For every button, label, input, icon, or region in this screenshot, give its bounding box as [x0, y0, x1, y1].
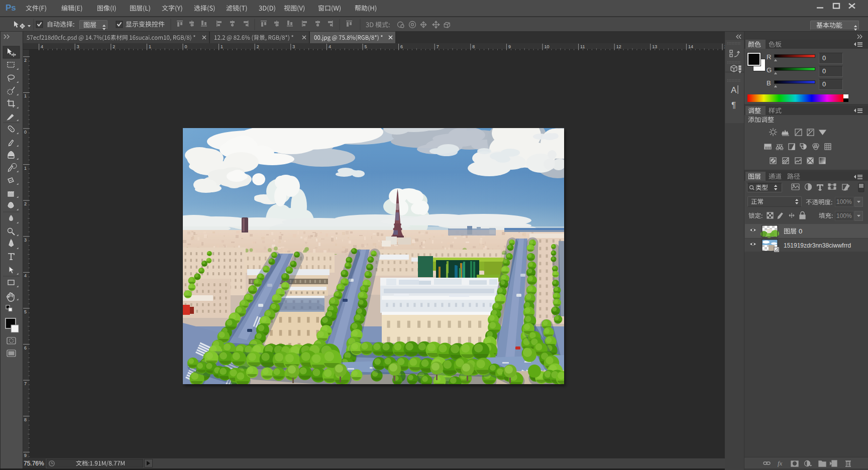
svg-text:8: 8: [24, 417, 27, 422]
svg-text:4: 4: [329, 44, 331, 49]
svg-text:2: 2: [257, 44, 259, 49]
svg-text:3: 3: [292, 44, 295, 49]
svg-text:8: 8: [472, 44, 475, 49]
svg-text:1: 1: [24, 93, 27, 98]
svg-text:10: 10: [545, 44, 550, 49]
svg-text:4: 4: [41, 44, 43, 49]
svg-text:9: 9: [508, 44, 511, 49]
svg-text:12: 12: [616, 44, 621, 49]
svg-text:2: 2: [113, 44, 115, 49]
svg-text:9: 9: [24, 453, 27, 458]
svg-text:1: 1: [24, 166, 27, 171]
svg-text:5: 5: [365, 44, 367, 49]
svg-text:3: 3: [24, 238, 27, 243]
svg-text:6: 6: [400, 44, 403, 49]
svg-text:0: 0: [185, 44, 187, 49]
svg-text:13: 13: [652, 44, 657, 49]
svg-text:2: 2: [24, 58, 27, 63]
svg-text:1: 1: [149, 44, 151, 49]
svg-text:1: 1: [221, 44, 223, 49]
svg-text:2: 2: [24, 201, 27, 206]
svg-text:11: 11: [580, 44, 585, 49]
svg-text:0: 0: [24, 130, 27, 135]
svg-text:3: 3: [77, 44, 79, 49]
svg-text:7: 7: [24, 381, 27, 386]
svg-text:4: 4: [24, 273, 27, 278]
svg-text:14: 14: [688, 44, 693, 49]
svg-text:15: 15: [724, 44, 725, 49]
svg-text:6: 6: [24, 345, 27, 350]
svg-text:5: 5: [24, 309, 27, 314]
svg-text:7: 7: [437, 44, 439, 49]
